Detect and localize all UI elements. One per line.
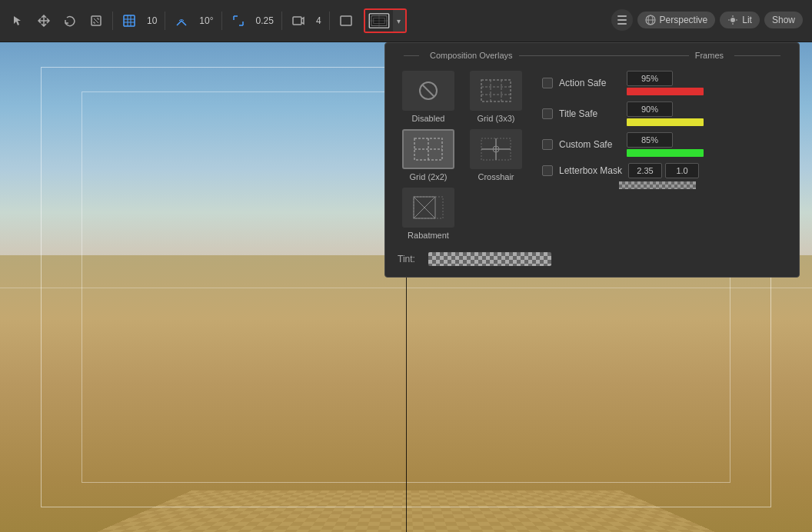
cursor-icon: [12, 15, 24, 27]
toolbar-separator-4: [281, 12, 282, 30]
overlay-screen-icon: [368, 13, 390, 28]
perspective-button[interactable]: Perspective: [637, 12, 716, 28]
overlay-rabatment-thumb: [402, 188, 454, 228]
svg-rect-6: [293, 17, 301, 25]
svg-line-22: [422, 85, 434, 97]
tint-row: Tint:: [385, 246, 799, 266]
grid3x3-icon: [481, 79, 511, 102]
overlay-icon-wrap: [365, 10, 393, 32]
maximize-icon: [340, 15, 352, 27]
top-right-toolbar: Perspective Lit Show: [611, 9, 812, 31]
hamburger-menu-button[interactable]: [611, 9, 633, 31]
composition-overlay-panel: Composition Overlays Frames Disabled: [384, 42, 800, 278]
action-safe-label: Action Safe: [559, 78, 621, 88]
custom-safe-label: Custom Safe: [559, 139, 621, 150]
svg-rect-7: [341, 16, 351, 25]
angle-tool-button[interactable]: [170, 9, 193, 32]
svg-rect-35: [414, 197, 443, 218]
overlay-rabatment-item[interactable]: Rabatment: [398, 188, 459, 240]
overlay-crosshair-item[interactable]: Crosshair: [465, 129, 527, 181]
overlay-dropdown-arrow[interactable]: ▾: [393, 10, 405, 32]
scale-tool-button[interactable]: [85, 9, 108, 32]
overlay-grid2x2-thumb: [402, 129, 454, 169]
rabatment-icon: [413, 196, 444, 219]
custom-safe-percent-input[interactable]: [627, 132, 673, 148]
comp-section-label: Composition Overlays: [430, 51, 513, 60]
overlay-options-grid: Disabled Grid (3x3): [398, 71, 527, 240]
svg-rect-23: [481, 80, 511, 101]
custom-safe-checkbox[interactable]: [542, 139, 553, 150]
grid-number-label: 10: [144, 15, 160, 26]
angle-label: 10°: [196, 15, 216, 26]
show-label: Show: [772, 15, 795, 25]
grid-button[interactable]: [118, 9, 141, 32]
frames-section-header: Frames: [695, 51, 787, 60]
scale-label: 0.25: [253, 15, 277, 26]
frames-section-label: Frames: [695, 51, 724, 60]
overlay-grid3x3-thumb: [470, 71, 522, 111]
show-button[interactable]: Show: [764, 12, 803, 28]
title-safe-label: Title Safe: [559, 108, 621, 119]
overlay-rabatment-label: Rabatment: [408, 231, 449, 240]
ground-layer: [0, 255, 812, 532]
grid2x2-icon: [413, 138, 444, 161]
rotate-tool-button[interactable]: [58, 9, 82, 32]
right-line: [734, 55, 780, 56]
overlay-grid3x3-item[interactable]: Grid (3x3): [465, 71, 527, 123]
action-safe-checkbox[interactable]: [542, 78, 553, 88]
title-safe-percent-input[interactable]: [627, 101, 673, 117]
letterbox-mask-label: Letterbox Mask: [559, 165, 622, 176]
action-safe-row: Action Safe: [542, 71, 787, 95]
move-tool-button[interactable]: [32, 9, 55, 32]
letterbox-ratio-input[interactable]: [628, 163, 662, 178]
letterbox-mask-checkbox[interactable]: [542, 165, 553, 176]
hamburger-line-2: [617, 19, 627, 21]
overlay-dropdown-button[interactable]: ▾: [364, 8, 407, 33]
perspective-label: Perspective: [660, 15, 708, 25]
sun-icon: [727, 15, 738, 25]
camera-button[interactable]: [287, 9, 310, 32]
overlay-grid2x2-item[interactable]: Grid (2x2): [398, 129, 459, 181]
overlay-grid2x2-label: Grid (2x2): [410, 172, 448, 181]
hamburger-line-3: [617, 23, 627, 25]
title-safe-values: [627, 101, 704, 126]
custom-safe-row: Custom Safe: [542, 132, 787, 157]
grid-icon: [123, 15, 135, 27]
action-safe-percent-input[interactable]: [627, 71, 673, 86]
crosshair-icon: [481, 138, 511, 161]
letterbox-checker-swatch: [619, 181, 696, 189]
move-icon: [38, 15, 50, 27]
overlay-disabled-item[interactable]: Disabled: [398, 71, 459, 123]
toolbar-separator-2: [165, 12, 165, 30]
rotate-icon: [64, 15, 76, 27]
angle-icon: [175, 15, 188, 27]
lit-button[interactable]: Lit: [720, 12, 760, 28]
letterbox-mask-row: Letterbox Mask: [542, 163, 787, 178]
letterbox-value-input[interactable]: [665, 163, 699, 178]
camera-icon: [292, 15, 304, 27]
hamburger-line-1: [617, 15, 627, 17]
frames-options: Action Safe Title Safe Custom Safe: [527, 71, 787, 240]
camera-number-label: 4: [313, 15, 324, 26]
title-safe-row: Title Safe: [542, 101, 787, 126]
overlay-crosshair-thumb: [470, 129, 522, 169]
maximize-button[interactable]: [334, 9, 358, 32]
scale-value-button[interactable]: [227, 9, 250, 32]
letterbox-checker-row: [619, 181, 787, 189]
action-safe-color-bar: [627, 88, 704, 95]
custom-safe-values: [627, 132, 704, 157]
letterbox-inputs-group: [628, 163, 699, 178]
toolbar-separator-3: [221, 12, 222, 30]
select-tool-button[interactable]: [6, 9, 29, 32]
title-safe-checkbox[interactable]: [542, 108, 553, 119]
overlay-disabled-thumb: [402, 71, 454, 111]
svg-point-16: [730, 18, 735, 22]
svg-rect-1: [124, 15, 135, 26]
globe-icon: [645, 15, 656, 25]
tint-color-swatch[interactable]: [428, 252, 551, 266]
action-safe-values: [627, 71, 704, 95]
disabled-icon: [414, 80, 442, 101]
left-line: [404, 55, 419, 56]
tint-label: Tint:: [398, 254, 422, 264]
toolbar-separator-1: [112, 12, 113, 30]
